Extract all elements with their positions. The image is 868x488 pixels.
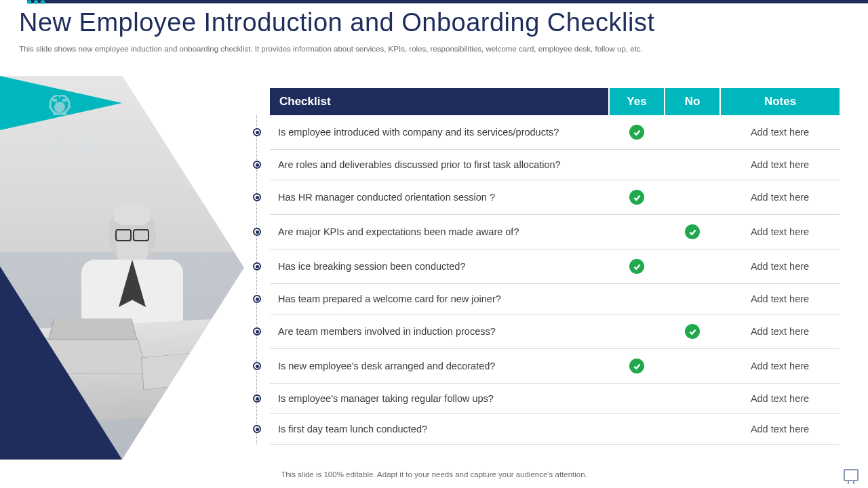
svg-point-11 xyxy=(55,135,64,144)
notes-cell: Add text here xyxy=(720,215,840,249)
table-row: Are roles and deliverables discussed pri… xyxy=(270,150,840,180)
check-icon xyxy=(629,359,644,373)
yes-cell xyxy=(609,314,665,349)
table-row: Is new employee's desk arranged and deco… xyxy=(270,349,840,384)
question-cell: Has ice breaking session been conducted? xyxy=(270,249,609,284)
bullet-icon xyxy=(253,295,261,303)
notes-cell: Add text here xyxy=(720,414,840,445)
notes-cell: Add text here xyxy=(720,180,840,215)
question-cell: Is new employee's desk arranged and deco… xyxy=(270,349,609,384)
question-cell: Is employee's manager taking regular fol… xyxy=(270,384,609,414)
no-cell xyxy=(665,150,720,180)
table-row: Is first day team lunch conducted?Add te… xyxy=(270,414,840,445)
yes-cell xyxy=(609,215,665,249)
notes-cell: Add text here xyxy=(720,314,840,349)
presentation-icon xyxy=(844,469,859,481)
yes-cell xyxy=(609,180,665,215)
notes-cell: Add text here xyxy=(720,249,840,284)
yes-cell xyxy=(609,150,665,180)
checklist-table: Checklist Yes No Notes Is employee intro… xyxy=(270,88,840,445)
header-yes: Yes xyxy=(609,88,665,115)
table-row: Are team members involved in induction p… xyxy=(270,314,840,349)
footer-note: This slide is 100% editable. Adapt it to… xyxy=(0,470,868,479)
accent-dots xyxy=(27,0,45,4)
org-chart-icon xyxy=(19,95,100,159)
check-icon xyxy=(629,259,644,274)
yes-cell xyxy=(609,414,665,445)
bullet-icon xyxy=(253,128,261,136)
question-cell: Is employee introduced with company and … xyxy=(270,115,609,150)
notes-cell: Add text here xyxy=(720,115,840,150)
notes-cell: Add text here xyxy=(720,349,840,384)
notes-cell: Add text here xyxy=(720,384,840,414)
no-cell xyxy=(665,180,720,215)
table-row: Has team prepared a welcome card for new… xyxy=(270,284,840,314)
bullet-icon xyxy=(253,362,261,370)
check-icon xyxy=(685,224,700,239)
page-subtitle: This slide shows new employee induction … xyxy=(19,45,643,53)
header-no: No xyxy=(665,88,720,115)
table-row: Are major KPIs and expectations been mad… xyxy=(270,215,840,249)
top-accent-bar xyxy=(27,0,868,3)
question-cell: Are roles and deliverables discussed pri… xyxy=(270,150,609,180)
svg-rect-1 xyxy=(53,99,57,102)
svg-rect-4 xyxy=(62,113,66,115)
svg-rect-2 xyxy=(62,99,66,102)
no-cell xyxy=(665,115,720,150)
svg-point-10 xyxy=(28,135,37,144)
notes-cell: Add text here xyxy=(720,150,840,180)
bullet-icon xyxy=(253,327,261,336)
table-row: Is employee's manager taking regular fol… xyxy=(270,384,840,414)
check-icon xyxy=(685,324,700,339)
yes-cell xyxy=(609,384,665,414)
bullet-icon xyxy=(253,161,261,169)
no-cell xyxy=(665,249,720,284)
bullet-icon xyxy=(253,394,261,403)
no-cell xyxy=(665,284,720,314)
table-row: Has HR manager conducted orientation ses… xyxy=(270,180,840,215)
check-icon xyxy=(629,190,644,205)
bullet-icon xyxy=(253,425,261,433)
yes-cell xyxy=(609,349,665,384)
yes-cell xyxy=(609,284,665,314)
question-cell: Are team members involved in induction p… xyxy=(270,314,609,349)
navy-triangle-accent xyxy=(0,266,122,460)
no-cell xyxy=(665,414,720,445)
svg-point-0 xyxy=(54,102,65,113)
table-header-row: Checklist Yes No Notes xyxy=(270,88,840,115)
yes-cell xyxy=(609,249,665,284)
question-cell: Has team prepared a welcome card for new… xyxy=(270,284,609,314)
header-notes: Notes xyxy=(720,88,840,115)
table-row: Is employee introduced with company and … xyxy=(270,115,840,150)
header-checklist: Checklist xyxy=(270,88,609,115)
page-title: New Employee Introduction and Onboarding… xyxy=(19,8,655,37)
question-cell: Is first day team lunch conducted? xyxy=(270,414,609,445)
question-cell: Are major KPIs and expectations been mad… xyxy=(270,215,609,249)
bullet-icon xyxy=(253,193,261,201)
no-cell xyxy=(665,215,720,249)
no-cell xyxy=(665,349,720,384)
svg-point-12 xyxy=(82,135,92,144)
notes-cell: Add text here xyxy=(720,284,840,314)
svg-rect-3 xyxy=(53,113,57,115)
check-icon xyxy=(629,125,644,140)
hero-image-block xyxy=(0,76,244,460)
yes-cell xyxy=(609,115,665,150)
no-cell xyxy=(665,314,720,349)
bullet-icon xyxy=(253,228,261,236)
question-cell: Has HR manager conducted orientation ses… xyxy=(270,180,609,215)
no-cell xyxy=(665,384,720,414)
table-row: Has ice breaking session been conducted?… xyxy=(270,249,840,284)
bullet-icon xyxy=(253,262,261,270)
